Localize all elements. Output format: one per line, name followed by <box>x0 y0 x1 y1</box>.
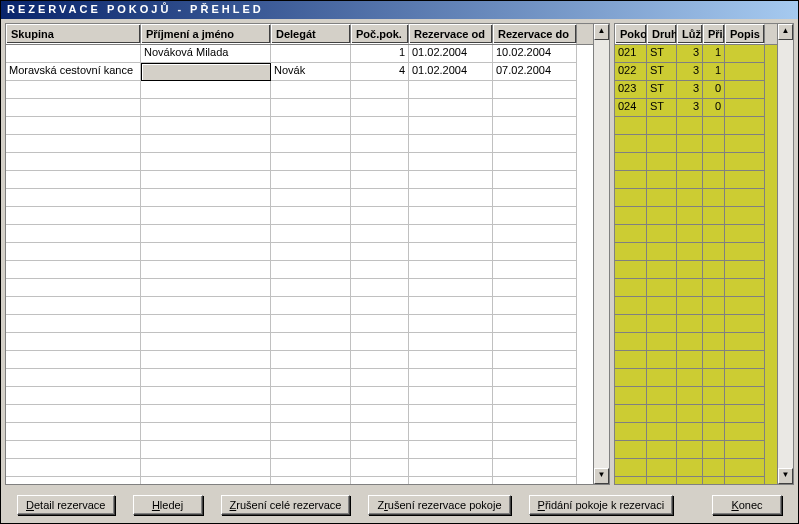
empty-cell[interactable] <box>677 369 703 387</box>
empty-cell[interactable] <box>725 171 765 189</box>
empty-cell[interactable] <box>6 135 141 153</box>
empty-cell[interactable] <box>141 225 271 243</box>
table-row[interactable] <box>615 333 777 351</box>
empty-cell[interactable] <box>725 351 765 369</box>
empty-cell[interactable] <box>725 297 765 315</box>
cell-jmeno[interactable] <box>141 63 271 81</box>
empty-cell[interactable] <box>271 225 351 243</box>
empty-cell[interactable] <box>493 171 577 189</box>
empty-cell[interactable] <box>647 441 677 459</box>
empty-cell[interactable] <box>141 387 271 405</box>
table-row[interactable] <box>6 99 593 117</box>
empty-cell[interactable] <box>493 423 577 441</box>
table-row[interactable] <box>6 189 593 207</box>
empty-cell[interactable] <box>677 171 703 189</box>
empty-cell[interactable] <box>677 477 703 484</box>
empty-cell[interactable] <box>493 315 577 333</box>
empty-cell[interactable] <box>647 315 677 333</box>
empty-cell[interactable] <box>409 99 493 117</box>
cell-delegat[interactable]: Novák <box>271 63 351 81</box>
cell-do[interactable]: 07.02.2004 <box>493 63 577 81</box>
table-row[interactable] <box>6 387 593 405</box>
empty-cell[interactable] <box>271 207 351 225</box>
empty-cell[interactable] <box>409 297 493 315</box>
empty-cell[interactable] <box>351 369 409 387</box>
empty-cell[interactable] <box>409 441 493 459</box>
empty-cell[interactable] <box>409 243 493 261</box>
rooms-grid[interactable]: Pokoj Druh Lůž. Při. Popis 021ST31022ST3… <box>614 23 794 485</box>
empty-cell[interactable] <box>351 261 409 279</box>
empty-cell[interactable] <box>703 171 725 189</box>
empty-cell[interactable] <box>6 225 141 243</box>
empty-cell[interactable] <box>677 225 703 243</box>
empty-cell[interactable] <box>615 297 647 315</box>
empty-cell[interactable] <box>6 207 141 225</box>
table-row[interactable] <box>6 297 593 315</box>
empty-cell[interactable] <box>409 189 493 207</box>
empty-cell[interactable] <box>6 171 141 189</box>
table-row[interactable] <box>615 135 777 153</box>
cell-luz[interactable]: 3 <box>677 45 703 63</box>
empty-cell[interactable] <box>677 117 703 135</box>
empty-cell[interactable] <box>141 459 271 477</box>
empty-cell[interactable] <box>351 297 409 315</box>
empty-cell[interactable] <box>141 81 271 99</box>
empty-cell[interactable] <box>703 459 725 477</box>
empty-cell[interactable] <box>703 225 725 243</box>
table-row[interactable] <box>6 117 593 135</box>
empty-cell[interactable] <box>703 261 725 279</box>
table-row[interactable] <box>6 477 593 484</box>
empty-cell[interactable] <box>409 351 493 369</box>
table-row[interactable] <box>6 279 593 297</box>
empty-cell[interactable] <box>677 135 703 153</box>
col-druh[interactable]: Druh <box>647 24 677 44</box>
empty-cell[interactable] <box>493 117 577 135</box>
empty-cell[interactable] <box>647 153 677 171</box>
empty-cell[interactable] <box>647 135 677 153</box>
empty-cell[interactable] <box>677 297 703 315</box>
table-row[interactable] <box>6 423 593 441</box>
empty-cell[interactable] <box>351 189 409 207</box>
empty-cell[interactable] <box>615 387 647 405</box>
empty-cell[interactable] <box>271 81 351 99</box>
empty-cell[interactable] <box>351 441 409 459</box>
empty-cell[interactable] <box>647 423 677 441</box>
empty-cell[interactable] <box>615 225 647 243</box>
empty-cell[interactable] <box>6 243 141 261</box>
empty-cell[interactable] <box>271 243 351 261</box>
empty-cell[interactable] <box>409 405 493 423</box>
empty-cell[interactable] <box>615 369 647 387</box>
reservations-body[interactable]: Nováková Milada101.02.200410.02.2004Mora… <box>6 45 593 484</box>
cancel-room-button[interactable]: Zrušení rezervace pokoje <box>368 495 510 515</box>
empty-cell[interactable] <box>493 153 577 171</box>
empty-cell[interactable] <box>6 279 141 297</box>
reservations-grid[interactable]: Skupina Příjmení a jméno Delegát Poč.pok… <box>5 23 610 485</box>
empty-cell[interactable] <box>141 297 271 315</box>
empty-cell[interactable] <box>271 405 351 423</box>
table-row[interactable] <box>6 153 593 171</box>
empty-cell[interactable] <box>677 459 703 477</box>
empty-cell[interactable] <box>271 315 351 333</box>
table-row[interactable] <box>6 225 593 243</box>
empty-cell[interactable] <box>141 99 271 117</box>
scroll-up-icon[interactable]: ▲ <box>594 24 609 40</box>
empty-cell[interactable] <box>493 351 577 369</box>
cancel-all-button[interactable]: Zrušení celé rezervace <box>221 495 351 515</box>
empty-cell[interactable] <box>351 207 409 225</box>
add-room-button[interactable]: Přidání pokoje k rezervaci <box>529 495 674 515</box>
cell-luz[interactable]: 3 <box>677 81 703 99</box>
empty-cell[interactable] <box>703 477 725 484</box>
empty-cell[interactable] <box>6 189 141 207</box>
table-row[interactable] <box>615 189 777 207</box>
empty-cell[interactable] <box>6 351 141 369</box>
empty-cell[interactable] <box>647 243 677 261</box>
rooms-body[interactable]: 021ST31022ST31023ST30024ST30 <box>615 45 777 484</box>
empty-cell[interactable] <box>493 261 577 279</box>
cell-popis[interactable] <box>725 45 765 63</box>
cell-luz[interactable]: 3 <box>677 63 703 81</box>
table-row[interactable] <box>6 333 593 351</box>
empty-cell[interactable] <box>271 459 351 477</box>
table-row[interactable] <box>615 441 777 459</box>
empty-cell[interactable] <box>677 189 703 207</box>
empty-cell[interactable] <box>409 333 493 351</box>
